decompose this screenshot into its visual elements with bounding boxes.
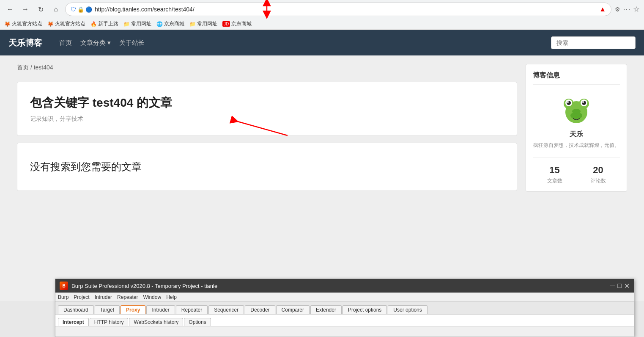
bookmark-icon[interactable]: ☆ xyxy=(633,5,640,14)
jd-icon: JD xyxy=(222,21,230,27)
blogger-info-widget: 博客信息 天乐 疯狂源自梦想，技术成就辉煌，元值。 xyxy=(526,64,627,192)
burp-titlebar: B Burp Suite Professional v2020.8 - Temp… xyxy=(55,279,634,293)
author-desc: 疯狂源自梦想，技术成就辉煌，元值。 xyxy=(533,141,620,149)
bookmark-label: 火狐官方站点 xyxy=(12,20,42,28)
security-icons: 🛡 🔒 🔵 xyxy=(71,6,92,13)
site-main-content: 首页 / test404 包含关键字 test404 的文章 记录知识，分享技术… xyxy=(0,55,644,200)
site-icon: 🔵 xyxy=(85,6,92,13)
svg-point-7 xyxy=(567,101,569,103)
burp-logo-icon: B xyxy=(60,282,68,290)
folder-icon: 📁 xyxy=(123,21,130,27)
bookmark-label: 京东商城 xyxy=(231,20,252,28)
extension-icon[interactable]: ⚙ xyxy=(615,6,620,13)
tab-extender[interactable]: Extender xyxy=(310,305,342,314)
globe-icon: 🌐 xyxy=(156,21,163,27)
bookmark-item[interactable]: 📁 常用网址 xyxy=(123,20,151,28)
article-count-num: 15 xyxy=(547,165,562,176)
refresh-button[interactable]: ↻ xyxy=(35,3,47,15)
lock-icon: 🔒 xyxy=(77,6,84,13)
close-button[interactable]: ✕ xyxy=(624,282,630,290)
tab-repeater[interactable]: Repeater xyxy=(176,305,208,314)
burp-title-text: Burp Suite Professional v2020.8 - Tempor… xyxy=(71,283,610,289)
burp-menubar: Burp Project Intruder Repeater Window He… xyxy=(55,293,634,302)
shield-icon: 🛡 xyxy=(71,6,76,13)
search-input[interactable] xyxy=(551,36,636,49)
dropdown-arrow-icon: ▾ xyxy=(107,39,111,47)
browser-chrome: ← → ↻ ⌂ 🛡 🔒 🔵 http://blog.tianles.com/se… xyxy=(0,0,644,30)
menu-repeater[interactable]: Repeater xyxy=(117,294,138,300)
burp-suite-window: B Burp Suite Professional v2020.8 - Temp… xyxy=(55,279,634,337)
menu-project[interactable]: Project xyxy=(74,294,89,300)
search-header-card: 包含关键字 test404 的文章 记录知识，分享技术 xyxy=(17,82,517,136)
tab-comparer[interactable]: Comparer xyxy=(276,305,310,314)
back-button[interactable]: ← xyxy=(4,3,16,15)
nav-home[interactable]: 首页 xyxy=(59,39,72,47)
article-count-label: 文章数 xyxy=(547,177,562,185)
bookmarks-bar: 🦊 火狐官方站点 🦊 火狐官方站点 🔥 新手上路 📁 常用网址 🌐 京东商城 📁… xyxy=(0,19,644,30)
home-button[interactable]: ⌂ xyxy=(50,3,62,15)
url-text: http://blog.tianles.com/search/test404/ xyxy=(95,6,597,13)
browser-right-controls: ⚙ ⋯ ☆ xyxy=(615,5,640,14)
tab-proxy[interactable]: Proxy xyxy=(121,305,145,314)
svg-point-8 xyxy=(582,101,584,103)
url-arrow-indicator: ▲ xyxy=(599,6,606,13)
menu-burp[interactable]: Burp xyxy=(58,294,69,300)
author-name: 天乐 xyxy=(533,130,620,139)
menu-window[interactable]: Window xyxy=(143,294,161,300)
sidebar: 博客信息 天乐 疯狂源自梦想，技术成就辉煌，元值。 xyxy=(526,64,627,192)
breadcrumb-home[interactable]: 首页 xyxy=(17,64,29,71)
menu-icon[interactable]: ⋯ xyxy=(623,5,630,14)
subtab-intercept[interactable]: Intercept xyxy=(58,318,89,326)
tab-project-options[interactable]: Project options xyxy=(343,305,387,314)
search-subtitle: 记录知识，分享技术 xyxy=(30,115,504,123)
fox-icon: 🦊 xyxy=(47,21,54,27)
subtab-http-history[interactable]: HTTP history xyxy=(90,318,129,326)
bookmark-item[interactable]: 🦊 火狐官方站点 xyxy=(47,20,85,28)
bookmark-label: 常用网址 xyxy=(197,20,217,28)
search-title: 包含关键字 test404 的文章 xyxy=(30,95,504,111)
tab-dashboard[interactable]: Dashboard xyxy=(58,305,94,314)
comment-count-num: 20 xyxy=(591,165,606,176)
bookmark-item[interactable]: 🌐 京东商城 xyxy=(156,20,184,28)
no-result-text: 没有搜索到您需要的文章 xyxy=(30,160,504,174)
tab-intruder[interactable]: Intruder xyxy=(146,305,175,314)
forward-button[interactable]: → xyxy=(19,3,31,15)
menu-help[interactable]: Help xyxy=(166,294,177,300)
tab-user-options[interactable]: User options xyxy=(388,305,427,314)
comment-count: 20 评论数 xyxy=(591,165,606,185)
minimize-button[interactable]: ─ xyxy=(610,282,615,290)
svg-point-5 xyxy=(567,101,571,105)
site-search xyxy=(551,36,636,49)
bookmark-label: 火狐官方站点 xyxy=(55,20,85,28)
bookmark-item[interactable]: 🦊 火狐官方站点 xyxy=(4,20,42,28)
article-count: 15 文章数 xyxy=(547,165,562,185)
bookmark-item[interactable]: 🔥 新手上路 xyxy=(90,20,118,28)
tab-sequencer[interactable]: Sequencer xyxy=(208,305,244,314)
breadcrumb-separator: / xyxy=(30,64,34,71)
tab-target[interactable]: Target xyxy=(95,305,120,314)
bookmark-item[interactable]: JD 京东商城 xyxy=(222,20,252,28)
folder-icon: 📁 xyxy=(189,21,196,27)
breadcrumb-current: test404 xyxy=(34,64,53,71)
nav-articles[interactable]: 文章分类 ▾ xyxy=(80,39,111,47)
site-logo: 天乐博客 xyxy=(8,37,42,49)
window-controls: ─ □ ✕ xyxy=(610,282,630,290)
comment-count-label: 评论数 xyxy=(591,177,606,185)
address-bar[interactable]: 🛡 🔒 🔵 http://blog.tianles.com/search/tes… xyxy=(65,3,611,16)
site-nav: 首页 文章分类 ▾ 关于站长 xyxy=(59,39,145,47)
browser-toolbar: ← → ↻ ⌂ 🛡 🔒 🔵 http://blog.tianles.com/se… xyxy=(0,0,644,19)
nav-about[interactable]: 关于站长 xyxy=(119,39,145,47)
widget-title: 博客信息 xyxy=(533,71,620,85)
subtab-options[interactable]: Options xyxy=(184,318,211,326)
maximize-button[interactable]: □ xyxy=(617,282,622,290)
bookmark-label: 新手上路 xyxy=(98,20,118,28)
menu-intruder[interactable]: Intruder xyxy=(95,294,112,300)
burp-subtabs: Intercept HTTP history WebSockets histor… xyxy=(55,315,634,326)
subtab-websockets-history[interactable]: WebSockets history xyxy=(129,318,183,326)
bookmark-item[interactable]: 📁 常用网址 xyxy=(189,20,217,28)
bookmark-label: 常用网址 xyxy=(131,20,151,28)
bookmark-label: 京东商城 xyxy=(164,20,184,28)
tab-decoder[interactable]: Decoder xyxy=(245,305,275,314)
stats-row: 15 文章数 20 评论数 xyxy=(533,157,620,185)
site-header: 天乐博客 首页 文章分类 ▾ 关于站长 xyxy=(0,30,644,55)
